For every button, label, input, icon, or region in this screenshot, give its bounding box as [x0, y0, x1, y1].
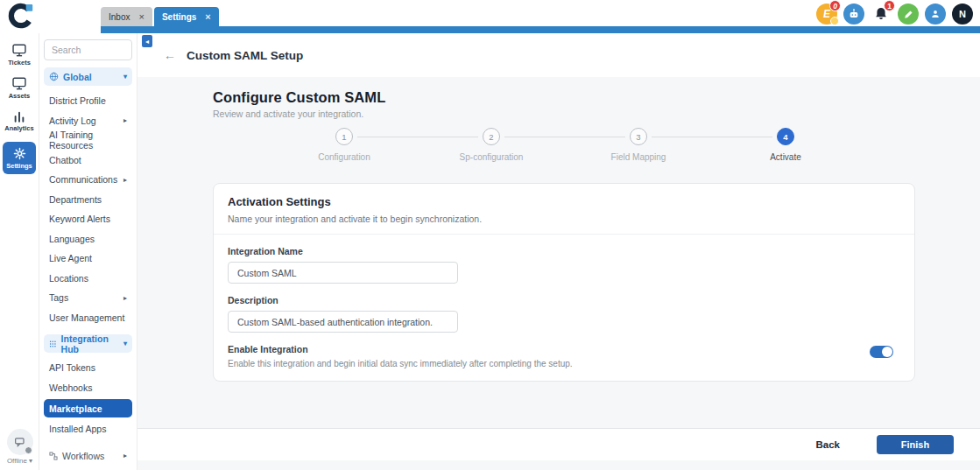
- rail-label: Analytics: [4, 124, 33, 132]
- chat-bubble-icon: [7, 429, 33, 455]
- agent-person-icon[interactable]: [925, 4, 946, 25]
- caret-down-icon: ▾: [123, 73, 127, 81]
- finish-button[interactable]: Finish: [877, 435, 954, 454]
- wizard-content: Configure Custom SAML Review and activat…: [137, 77, 980, 382]
- left-rail: Tickets Assets Analytics Settings Offlin…: [0, 33, 39, 470]
- bar-chart-icon: [11, 109, 27, 123]
- item-label: Live Agent: [49, 253, 92, 263]
- topbar-actions: E 0 1 N: [816, 4, 973, 25]
- item-label: Workflows: [62, 451, 104, 461]
- step-label: Field Mapping: [611, 152, 666, 162]
- section-label: Integration Hub: [61, 333, 119, 354]
- description-field-group: Description: [228, 295, 900, 333]
- main-content: ◂ ← Custom SAML Setup Configure Custom S…: [137, 33, 980, 470]
- edit-pencil-icon[interactable]: [898, 4, 919, 25]
- sidebar-item-user-management[interactable]: User Management: [44, 308, 132, 328]
- sidebar-collapse-button[interactable]: ◂: [142, 35, 152, 47]
- search-input[interactable]: [44, 39, 132, 60]
- step-circle[interactable]: 4: [777, 128, 794, 145]
- item-label: District Profile: [49, 95, 106, 106]
- wizard-footer: Back Finish: [137, 428, 980, 460]
- card-header: Activation Settings Name your integratio…: [214, 184, 914, 235]
- chevron-right-icon: ▸: [123, 452, 127, 459]
- sidebar-item-locations[interactable]: Locations: [44, 269, 132, 289]
- sidebar-item-languages[interactable]: Languages: [44, 229, 132, 249]
- wizard-subheading: Review and activate your integration.: [213, 109, 980, 119]
- rail-label: Tickets: [8, 59, 31, 67]
- step-label: Configuration: [318, 152, 370, 162]
- step-field-mapping: 3 Field Mapping: [565, 128, 712, 162]
- sidebar-item-district-profile[interactable]: District Profile: [44, 91, 132, 111]
- description-input[interactable]: [228, 311, 458, 333]
- item-label: Departments: [49, 194, 102, 205]
- sidebar-item-departments[interactable]: Departments: [44, 190, 132, 210]
- sidebar-item-api-tokens[interactable]: API Tokens: [44, 358, 132, 378]
- description-label: Description: [228, 295, 900, 305]
- notifications-bell-icon[interactable]: 1: [871, 4, 892, 25]
- sidebar-item-marketplace[interactable]: Marketplace: [44, 399, 132, 417]
- sidebar-item-installed-apps[interactable]: Installed Apps: [44, 419, 132, 439]
- step-label: Sp-configuration: [460, 152, 524, 162]
- bot-icon[interactable]: [843, 4, 864, 25]
- tab-inbox-close-icon[interactable]: ×: [138, 12, 144, 22]
- sidebar-item-live-agent[interactable]: Live Agent: [44, 249, 132, 269]
- item-label: Chatbot: [49, 155, 81, 165]
- topbar: Inbox × Settings × E 0 1: [0, 0, 980, 33]
- tab-settings-close-icon[interactable]: ×: [205, 12, 210, 22]
- item-label: Activity Log: [49, 116, 96, 126]
- avatar-initial: N: [959, 9, 966, 19]
- page-title: Custom SAML Setup: [187, 49, 303, 62]
- caret-down-icon: ▾: [123, 340, 127, 347]
- app-logo-icon[interactable]: [4, 2, 36, 30]
- enable-integration-row: Enable Integration Enable this integrati…: [228, 344, 900, 368]
- step-sp-configuration: 2 Sp-configuration: [418, 128, 565, 162]
- sidebar-item-chatbot[interactable]: Chatbot: [44, 151, 132, 171]
- item-label: Keyword Alerts: [49, 214, 110, 224]
- sidebar-section-integration-hub[interactable]: Integration Hub ▾: [44, 334, 132, 353]
- rail-item-assets[interactable]: Assets: [3, 76, 36, 100]
- bell-badge: 1: [884, 0, 895, 11]
- sidebar-item-tags[interactable]: Tags▸: [44, 288, 132, 308]
- tab-settings[interactable]: Settings ×: [154, 7, 219, 26]
- rail-item-settings[interactable]: Settings: [3, 142, 36, 174]
- step-circle[interactable]: 3: [630, 128, 647, 145]
- tab-inbox-label: Inbox: [109, 12, 130, 22]
- back-arrow-icon[interactable]: ←: [164, 48, 176, 62]
- sidebar-item-keyword-alerts[interactable]: Keyword Alerts: [44, 209, 132, 229]
- coins-icon[interactable]: E 0: [816, 4, 837, 25]
- rail-label: Assets: [9, 92, 31, 100]
- integration-name-input[interactable]: [228, 262, 458, 284]
- tab-inbox[interactable]: Inbox ×: [101, 7, 152, 26]
- sidebar-item-activity-log[interactable]: Activity Log▸: [44, 111, 132, 131]
- item-label: Locations: [49, 273, 88, 284]
- workflow-icon: [49, 452, 58, 460]
- tab-bar: Inbox × Settings ×: [101, 7, 221, 26]
- tab-settings-label: Settings: [162, 12, 196, 22]
- enable-integration-toggle[interactable]: [870, 346, 893, 358]
- step-circle[interactable]: 1: [335, 128, 353, 145]
- monitor-icon: [11, 43, 28, 58]
- coin-small-icon: [830, 17, 839, 25]
- item-label: Languages: [49, 234, 95, 244]
- chevron-right-icon: ▸: [123, 294, 127, 302]
- rail-label: Settings: [6, 162, 32, 170]
- sidebar-section-global[interactable]: Global ▾: [44, 67, 132, 86]
- monitor-icon: [11, 76, 28, 91]
- offline-label: Offline ▾: [7, 457, 32, 465]
- item-label: User Management: [49, 312, 124, 323]
- user-avatar[interactable]: N: [952, 4, 973, 25]
- rail-item-analytics[interactable]: Analytics: [3, 109, 36, 132]
- activation-settings-card: Activation Settings Name your integratio…: [213, 183, 915, 382]
- sidebar-item-webhooks[interactable]: Webhooks: [44, 378, 132, 398]
- sidebar-item-communications[interactable]: Communications▸: [44, 170, 132, 190]
- step-circle[interactable]: 2: [483, 128, 500, 145]
- sidebar-item-workflows[interactable]: Workflows ▸: [44, 446, 132, 466]
- card-body: Integration Name Description Enable Inte…: [214, 235, 914, 381]
- rail-item-tickets[interactable]: Tickets: [3, 43, 36, 67]
- card-subtitle: Name your integration and activate it to…: [228, 214, 900, 224]
- card-title: Activation Settings: [228, 195, 900, 208]
- sidebar-nav: Global ▾ District Profile Activity Log▸ …: [44, 67, 132, 470]
- back-button[interactable]: Back: [816, 439, 841, 450]
- chat-status-control[interactable]: Offline ▾: [0, 429, 39, 465]
- sidebar-item-ai-training-resources[interactable]: AI Training Resources: [44, 130, 132, 151]
